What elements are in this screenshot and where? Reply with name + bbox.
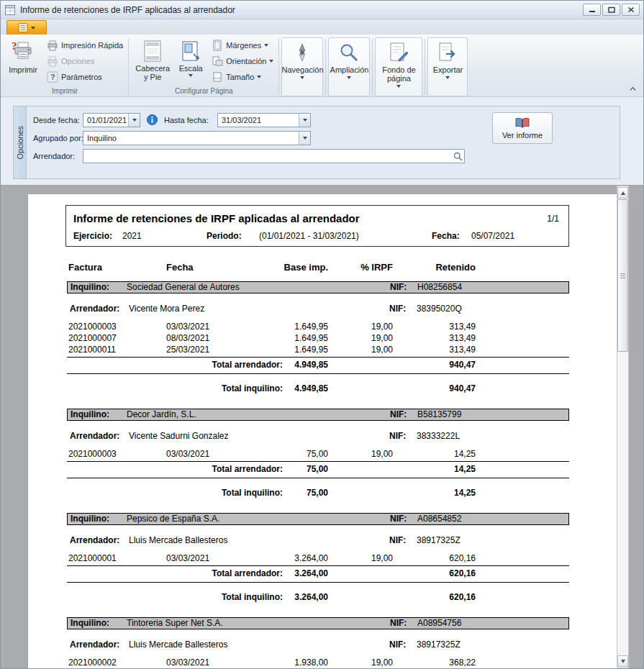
- arrendador-input[interactable]: [83, 150, 451, 162]
- total-inquilino-base: 3.264,00: [240, 590, 328, 604]
- print-preview-area[interactable]: Informe de retenciones de IRPF aplicadas…: [1, 185, 643, 668]
- fecha-label: Fecha:: [432, 231, 460, 241]
- agrupado-por-value: Inquilino: [83, 134, 299, 142]
- collapse-ribbon-button[interactable]: [627, 83, 638, 94]
- printer-icon: [47, 56, 58, 67]
- total-inquilino-row: Total inquilino:4.949,85940,47: [67, 381, 569, 396]
- vertical-scrollbar[interactable]: [617, 186, 629, 668]
- report-header-box: Informe de retenciones de IRPF aplicadas…: [65, 205, 569, 247]
- total-inquilino-retenido: 14,25: [396, 486, 476, 500]
- orientacion-button[interactable]: Orientación: [209, 53, 276, 69]
- hasta-fecha-label: Hasta fecha:: [164, 113, 209, 127]
- ribbon-tabstrip: [1, 19, 643, 35]
- base-cell: 75,00: [240, 448, 328, 460]
- inquilino-nif: H08256854: [417, 282, 462, 293]
- inquilino-label: Inquilino:: [71, 618, 109, 629]
- navegacion-button[interactable]: Navegación: [281, 37, 323, 96]
- ribbon: ? Imprimir Impresión Rápida: [1, 35, 643, 97]
- irpf-cell: 19,00: [332, 552, 393, 564]
- column-header-irpf: % IRPF: [332, 261, 393, 274]
- base-cell: 1.649,95: [240, 332, 328, 344]
- report-title: Informe de retenciones de IRPF aplicadas…: [73, 212, 360, 224]
- ampliacion-label: Ampliación: [330, 65, 369, 74]
- arrendador-search-button[interactable]: [451, 150, 464, 163]
- inquilino-name: Tintoreria Super Net S.A.: [127, 618, 223, 629]
- fecha-cell: 03/03/2021: [166, 657, 238, 668]
- exportar-button[interactable]: Exportar: [427, 37, 468, 96]
- cabecera-pie-button[interactable]: Cabecera y Pie: [131, 37, 174, 86]
- arrendador-name: Lluis Mercade Ballesteros: [129, 534, 227, 546]
- irpf-cell: 19,00: [332, 332, 393, 344]
- report-page: Informe de retenciones de IRPF aplicadas…: [28, 194, 617, 668]
- exportar-label: Exportar: [433, 65, 463, 74]
- arrendador-label: Arrendador:: [33, 149, 75, 163]
- scroll-down-button[interactable]: [617, 655, 628, 667]
- impresion-rapida-button[interactable]: Impresión Rápida: [44, 37, 126, 53]
- printer-question-icon: ?: [12, 40, 35, 64]
- escala-button[interactable]: Escala: [174, 37, 207, 86]
- app-menu-button[interactable]: [6, 20, 47, 35]
- hasta-fecha-combobox[interactable]: 31/03/2021: [217, 113, 311, 127]
- nif-label: NIF:: [389, 430, 406, 442]
- inquilino-bar: Inquilino:Decor Jardín, S.L.NIF:B5813579…: [67, 409, 569, 421]
- total-inquilino-row: Total inquilino:75,0014,25: [67, 486, 569, 500]
- invoice-row: 202100001125/03/20211.649,9519,00313,49: [67, 344, 569, 355]
- close-button[interactable]: [622, 4, 640, 16]
- arrendador-name: Vicente Sadurni Gonzalez: [129, 430, 229, 442]
- imprimir-button[interactable]: ? Imprimir: [4, 37, 42, 86]
- close-icon: [627, 6, 635, 13]
- maximize-button[interactable]: [602, 4, 620, 16]
- agrupado-por-combobox[interactable]: Inquilino: [83, 131, 311, 145]
- fondo-pagina-button[interactable]: Fondo de página: [375, 37, 422, 96]
- report-body: Inquilino:Sociedad General de AutoresNIF…: [67, 281, 569, 668]
- retenido-cell: 14,25: [396, 448, 476, 460]
- tamano-button[interactable]: Tamaño: [209, 69, 276, 85]
- retenido-cell: 620,16: [396, 552, 476, 564]
- tenant-group: Inquilino:Tintoreria Super Net S.A.NIF:A…: [67, 617, 569, 668]
- inquilino-name: Sociedad General de Autores: [127, 282, 240, 293]
- hasta-fecha-value: 31/03/2021: [218, 116, 299, 124]
- group-label-imprimir: Imprimir: [4, 86, 126, 96]
- opciones-button: Opciones: [44, 53, 126, 69]
- fecha-cell: 03/03/2021: [166, 321, 238, 332]
- margenes-label: Márgenes: [226, 41, 261, 50]
- ribbon-group-imprimir: ? Imprimir Impresión Rápida: [4, 35, 126, 96]
- chevron-down-icon: [189, 74, 193, 77]
- invoice-row: 202100000203/03/20211.938,0019,00368,22: [67, 657, 569, 668]
- minimize-icon: [589, 6, 596, 13]
- question-icon: ?: [47, 71, 58, 83]
- chevron-down-icon: [396, 85, 401, 88]
- nif-label: NIF:: [390, 282, 407, 293]
- arrendador-label: Arrendador:: [70, 303, 119, 314]
- scrollbar-thumb[interactable]: [617, 199, 628, 352]
- minimize-button[interactable]: [583, 4, 601, 16]
- page-background-icon: [388, 42, 409, 63]
- scroll-up-button[interactable]: [617, 187, 628, 199]
- desde-fecha-dropdown-button[interactable]: [128, 114, 140, 127]
- inquilino-name: Pepsico de España S.A.: [127, 514, 219, 524]
- inquilino-name: Decor Jardín, S.L.: [127, 409, 196, 420]
- margenes-button[interactable]: Márgenes: [209, 37, 276, 53]
- column-header-fecha: Fecha: [166, 261, 238, 274]
- total-inquilino-retenido: 940,47: [396, 381, 476, 396]
- nif-label: NIF:: [389, 303, 406, 314]
- base-cell: 1.649,95: [240, 321, 328, 332]
- irpf-cell: 19,00: [332, 321, 393, 332]
- fecha-value: 05/07/2021: [471, 231, 514, 241]
- retenido-cell: 368,22: [396, 657, 476, 668]
- factura-cell: 2021000001: [68, 552, 162, 564]
- hasta-fecha-dropdown-button[interactable]: [299, 114, 310, 127]
- desde-fecha-combobox[interactable]: 01/01/2021: [83, 113, 140, 127]
- parametros-button[interactable]: ? Parámetros: [44, 69, 126, 85]
- group-label-configurar-pagina: Configurar Página: [131, 86, 276, 96]
- app-icon: [4, 4, 16, 16]
- options-tab[interactable]: Opciones: [14, 106, 27, 178]
- options-form: Desde fecha: 01/01/2021 Hasta fecha: 31/…: [27, 106, 620, 178]
- periodo-value: (01/01/2021 - 31/03/2021): [259, 231, 359, 241]
- base-cell: 1.649,95: [240, 344, 328, 355]
- options-panel: Opciones Desde fecha: 01/01/2021 Hasta f…: [13, 106, 620, 179]
- agrupado-por-dropdown-button[interactable]: [299, 132, 310, 145]
- ver-informe-button[interactable]: Ver informe: [492, 112, 553, 144]
- ampliacion-button[interactable]: Ampliación: [328, 37, 370, 96]
- fecha-cell: 25/03/2021: [166, 344, 238, 355]
